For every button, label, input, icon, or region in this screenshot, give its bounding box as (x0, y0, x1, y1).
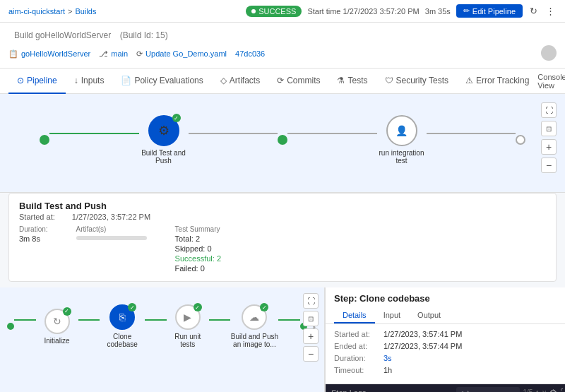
breadcrumb: aim-ci-quickstart > Builds (8, 7, 96, 16)
tab-pipeline-label: Pipeline (27, 76, 57, 85)
more-button[interactable]: ⋮ (545, 4, 557, 18)
branch-link[interactable]: ⎇ main (99, 49, 128, 59)
buildpush-label: Build and Push an image to... (230, 333, 278, 348)
logs-header: Step Logs 1/5 ∧ ∨ ⚙ ⛶ ⤢ Console View (326, 384, 565, 392)
test-total: Total: 2 (175, 234, 221, 243)
fit-btn-2[interactable]: ⊡ (303, 311, 319, 326)
branch-row: 📋 goHelloWorldServer ⎇ main ⟳ Update Go_… (8, 45, 557, 68)
tab-error[interactable]: ⚠ Error Tracking (457, 69, 537, 94)
timeout-label: Timeout: (334, 366, 383, 374)
tab-inputs[interactable]: ↓ Inputs (66, 69, 113, 94)
step-tabs: Details Input Output (334, 308, 565, 323)
person-icon: 👤 (396, 125, 408, 136)
tab-tests-label: Tests (347, 76, 367, 85)
zoom-out-btn-2[interactable]: − (303, 346, 319, 362)
stage-integration[interactable]: 👤 run integration test (377, 115, 427, 165)
initialize-label: Initialize (36, 337, 78, 345)
stage-build[interactable]: ⚙ ✓ Build Test and Push (139, 115, 189, 165)
tab-policy[interactable]: 📄 Policy Evaluations (112, 69, 211, 94)
bot-conn-4 (209, 319, 231, 321)
edit-pipeline-button[interactable]: ✏ Edit Pipeline (456, 4, 523, 18)
repo-icon: 📋 (8, 49, 18, 59)
tests-icon: ⚗ (337, 76, 345, 85)
bottom-stage-initialize[interactable]: ↻ ✓ Initialize (36, 309, 78, 345)
hash-link[interactable]: 47dc036 (235, 49, 265, 58)
edit-label: Edit Pipeline (472, 7, 516, 16)
tab-tests[interactable]: ⚗ Tests (328, 69, 376, 94)
bottom-stage-runtests[interactable]: ▶ ✓ Run unit tests (167, 304, 209, 348)
clone-icon: ⎘ (119, 311, 125, 323)
bottom-stage-start (7, 323, 14, 330)
repo-link[interactable]: 📋 goHelloWorldServer (8, 49, 90, 59)
commit-link[interactable]: ⟳ Update Go_Demo.yaml (136, 49, 227, 59)
started-at-label: Started at: (334, 330, 383, 338)
timeout-value: 1h (383, 366, 392, 374)
tab-commits[interactable]: ⟳ Commits (268, 69, 328, 94)
inputs-icon: ↓ (74, 76, 78, 85)
started-label: Started at: (19, 213, 55, 221)
fullscreen-button[interactable]: ⛶ (541, 102, 557, 118)
step-tab-details[interactable]: Details (334, 308, 375, 323)
tab-security[interactable]: 🛡 Security Tests (376, 69, 457, 94)
build-check: ✓ (172, 114, 181, 122)
test-summary: Total: 2 Skipped: 0 Successful: 2 Failed… (175, 234, 221, 273)
status-dot (251, 9, 256, 13)
zoom-in-btn-2[interactable]: + (303, 328, 319, 344)
step-tab-output[interactable]: Output (409, 308, 449, 323)
commit-message[interactable]: Update Go_Demo.yaml (145, 49, 227, 58)
test-summary-col: Test Summary Total: 2 Skipped: 0 Success… (175, 225, 221, 274)
breadcrumb-separator: > (68, 7, 72, 16)
refresh-button[interactable]: ↻ (528, 4, 539, 18)
breadcrumb-part1[interactable]: aim-ci-quickstart (8, 7, 65, 16)
step-logs-section: Step Logs 1/5 ∧ ∨ ⚙ ⛶ ⤢ Console View 1 i… (326, 384, 565, 392)
artifact-bar (76, 236, 147, 240)
commit-hash[interactable]: 47dc036 (235, 49, 265, 58)
duration: 3m 35s (425, 7, 451, 16)
tab-commits-label: Commits (287, 76, 320, 85)
bottom-stage-clone[interactable]: ⎘ ✓ Clone codebase (100, 304, 145, 348)
test-successful: Successful: 2 (175, 254, 221, 263)
bot-conn-2 (78, 319, 100, 321)
fullscreen-btn-2[interactable]: ⛶ (303, 293, 319, 309)
test-failed: Failed: 0 (175, 264, 221, 273)
runtests-label: Run unit tests (167, 333, 209, 348)
logs-search-input[interactable] (456, 387, 520, 392)
step-tab-input[interactable]: Input (375, 308, 409, 323)
build-title: Build Test and Push (19, 201, 546, 211)
build-meta-row: Started at: 1/27/2023, 3:57:22 PM (19, 213, 546, 221)
ended-at-value: 1/27/2023, 3:57:44 PM (383, 342, 462, 350)
branch-name[interactable]: main (111, 49, 128, 58)
ended-row: Ended at: 1/27/2023, 3:57:44 PM (334, 342, 565, 350)
duration-label-step: Duration: (334, 354, 383, 362)
breadcrumb-part2[interactable]: Builds (76, 7, 97, 16)
bottom-split: ⛶ ⊡ + − ↻ ✓ Initialize (0, 287, 565, 392)
top-bar: aim-ci-quickstart > Builds SUCCESS Start… (0, 0, 565, 23)
stage-mid (278, 135, 287, 145)
logs-fullscreen-btn[interactable]: ⛶ (560, 388, 565, 393)
test-label: Test Summary (175, 225, 221, 233)
security-icon: 🛡 (385, 76, 393, 85)
zoom-out-button[interactable]: − (541, 158, 557, 173)
fit-button[interactable]: ⊡ (541, 121, 557, 136)
bottom-stage-buildpush[interactable]: ☁ ✓ Build and Push an image to... (230, 304, 278, 348)
status-label: SUCCESS (258, 7, 296, 16)
logs-settings-btn[interactable]: ⚙ (549, 388, 557, 393)
canvas-controls-top: ⛶ ⊡ + − (541, 102, 557, 173)
duration-label: Duration: (19, 225, 48, 233)
tab-artifacts[interactable]: ◇ Artifacts (212, 69, 268, 94)
connector-2 (189, 133, 278, 134)
repo-name[interactable]: goHelloWorldServer (21, 49, 90, 58)
tab-pipeline[interactable]: ⊙ Pipeline (8, 69, 66, 94)
page-title: Build goHelloWorldServer (Build Id: 15) (8, 28, 557, 41)
log-counter: 1/5 ∧ ∨ (523, 388, 546, 392)
zoom-in-button[interactable]: + (541, 139, 557, 155)
canvas-controls-bottom: ⛶ ⊡ + − (303, 293, 319, 362)
build-id: (Build Id: 15) (120, 30, 168, 40)
console-toggle: Console View (537, 73, 565, 90)
duration-value-step: 3s (383, 354, 392, 362)
pipeline-canvas-top: ⛶ ⊡ + − ⚙ ✓ Build Test and Push (0, 94, 565, 193)
tab-inputs-label: Inputs (81, 76, 105, 85)
connector-4 (427, 133, 516, 134)
duration-col: Duration: 3m 8s (19, 225, 48, 274)
commits-icon: ⟳ (277, 76, 284, 85)
